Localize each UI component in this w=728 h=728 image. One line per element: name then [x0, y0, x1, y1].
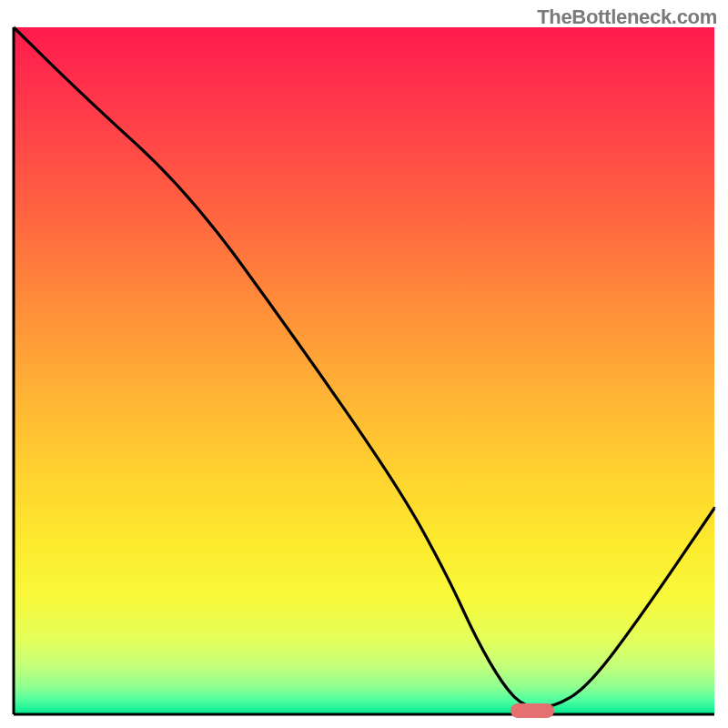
bottleneck-curve: [14, 27, 714, 708]
watermark-text: TheBottleneck.com: [537, 5, 717, 29]
chart-svg: [0, 0, 728, 728]
optimal-marker: [511, 703, 554, 718]
chart-container: TheBottleneck.com: [0, 0, 728, 728]
